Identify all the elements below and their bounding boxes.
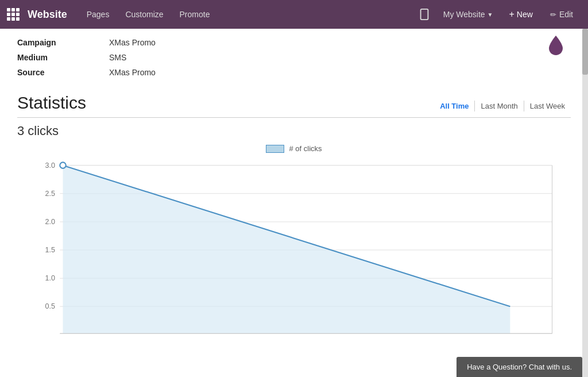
nav-promote[interactable]: Promote bbox=[172, 0, 218, 29]
chart-container: # of clicks 3.0 2.5 2.0 1.5 1.0 0.5 bbox=[17, 144, 571, 351]
info-section: Campaign XMas Promo Medium SMS Source XM… bbox=[17, 29, 571, 87]
tab-last-week[interactable]: Last Week bbox=[524, 101, 571, 111]
legend-color-box bbox=[266, 145, 284, 153]
tab-all-time[interactable]: All Time bbox=[434, 101, 475, 111]
tab-last-month[interactable]: Last Month bbox=[475, 101, 524, 111]
svg-text:2.0: 2.0 bbox=[45, 218, 55, 226]
svg-point-16 bbox=[60, 162, 65, 168]
chart-svg: 3.0 2.5 2.0 1.5 1.0 0.5 bbox=[30, 157, 558, 341]
svg-text:0.5: 0.5 bbox=[45, 303, 55, 311]
navbar: Website Pages Customize Promote My Websi… bbox=[0, 0, 588, 29]
pencil-icon: ✏ bbox=[550, 10, 556, 19]
stats-tabs: All Time Last Month Last Week bbox=[434, 101, 571, 111]
nav-customize[interactable]: Customize bbox=[117, 0, 171, 29]
chart-legend: # of clicks bbox=[17, 144, 571, 153]
medium-label: Medium bbox=[17, 53, 109, 62]
new-label: New bbox=[517, 10, 533, 19]
chevron-down-icon: ▼ bbox=[488, 11, 493, 18]
source-row: Source XMas Promo bbox=[17, 68, 571, 77]
scrollbar-thumb[interactable] bbox=[582, 29, 588, 75]
medium-row: Medium SMS bbox=[17, 53, 571, 62]
chat-bubble-text: Have a Question? Chat with us. bbox=[467, 363, 572, 371]
svg-text:1.5: 1.5 bbox=[45, 246, 55, 254]
my-website-label: My Website bbox=[443, 10, 485, 19]
svg-marker-15 bbox=[63, 166, 510, 334]
edit-label: Edit bbox=[559, 10, 573, 19]
nav-pages[interactable]: Pages bbox=[79, 0, 118, 29]
plus-icon: + bbox=[509, 9, 514, 20]
scrollbar[interactable] bbox=[582, 29, 588, 377]
my-website-button[interactable]: My Website ▼ bbox=[436, 0, 500, 29]
svg-text:1.0: 1.0 bbox=[45, 274, 55, 282]
svg-text:2.5: 2.5 bbox=[45, 190, 55, 198]
chat-bubble[interactable]: Have a Question? Chat with us. bbox=[457, 357, 582, 377]
medium-value: SMS bbox=[109, 53, 126, 62]
grid-menu-icon[interactable] bbox=[7, 8, 20, 21]
stats-title: Statistics bbox=[17, 93, 434, 113]
legend-label: # of clicks bbox=[289, 144, 322, 153]
content-area: Campaign XMas Promo Medium SMS Source XM… bbox=[0, 29, 588, 377]
clicks-count: 3 clicks bbox=[17, 124, 571, 139]
svg-text:3.0: 3.0 bbox=[45, 161, 55, 170]
brand-logo: Website bbox=[28, 9, 67, 21]
edit-button[interactable]: ✏ Edit bbox=[542, 0, 581, 29]
stats-header: Statistics All Time Last Month Last Week bbox=[17, 93, 571, 118]
mobile-preview-icon[interactable] bbox=[412, 0, 436, 29]
campaign-label: Campaign bbox=[17, 38, 109, 47]
new-button[interactable]: + New bbox=[500, 0, 542, 29]
source-value: XMas Promo bbox=[109, 68, 156, 77]
source-label: Source bbox=[17, 68, 109, 77]
chart-area: 3.0 2.5 2.0 1.5 1.0 0.5 bbox=[30, 157, 558, 341]
campaign-row: Campaign XMas Promo bbox=[17, 38, 571, 47]
campaign-value: XMas Promo bbox=[109, 38, 156, 47]
drop-icon bbox=[547, 34, 565, 56]
